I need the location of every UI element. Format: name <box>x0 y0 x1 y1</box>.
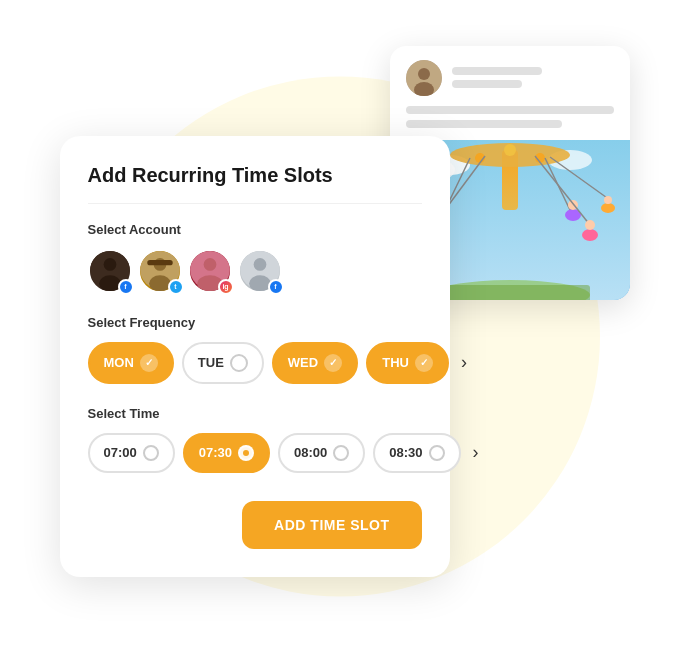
svg-point-29 <box>604 196 612 204</box>
time-radio-0700 <box>143 445 159 461</box>
account-avatar-1[interactable]: f <box>88 249 132 293</box>
day-label-mon: MON <box>104 355 134 370</box>
time-label-0700: 07:00 <box>104 445 137 460</box>
text-line-1 <box>452 67 542 75</box>
text-line-4 <box>406 120 562 128</box>
time-radio-0800 <box>333 445 349 461</box>
account-avatar-3[interactable]: ig <box>188 249 232 293</box>
day-check-mon: ✓ <box>140 354 158 372</box>
day-pill-mon[interactable]: MON ✓ <box>88 342 174 384</box>
time-pill-0830[interactable]: 08:30 <box>373 433 460 473</box>
day-pill-tue[interactable]: TUE <box>182 342 264 384</box>
svg-point-33 <box>103 258 116 271</box>
photo-card-header <box>390 46 630 106</box>
scene-container: Add Recurring Time Slots Select Account … <box>30 36 650 616</box>
frequency-row: MON ✓ TUE WED ✓ THU ✓ › <box>88 342 422 384</box>
day-check-thu: ✓ <box>415 354 433 372</box>
time-label-0800: 08:00 <box>294 445 327 460</box>
svg-point-1 <box>418 68 430 80</box>
account-avatar-2[interactable]: t <box>138 249 182 293</box>
instagram-badge-3: ig <box>218 279 234 295</box>
time-label-0830: 08:30 <box>389 445 422 460</box>
time-row: 07:00 07:30 08:00 08:30 › <box>88 433 422 473</box>
time-radio-0730 <box>238 445 254 461</box>
svg-rect-37 <box>147 259 172 264</box>
select-time-label: Select Time <box>88 406 422 421</box>
svg-point-26 <box>585 220 595 230</box>
time-pill-0730[interactable]: 07:30 <box>183 433 270 473</box>
time-pill-0800[interactable]: 08:00 <box>278 433 365 473</box>
add-button-row: ADD TIME SLOT <box>88 501 422 549</box>
time-label-0730: 07:30 <box>199 445 232 460</box>
svg-point-43 <box>253 258 266 271</box>
day-check-wed: ✓ <box>324 354 342 372</box>
day-label-tue: TUE <box>198 355 224 370</box>
main-card: Add Recurring Time Slots Select Account … <box>60 136 450 577</box>
day-radio-tue <box>230 354 248 372</box>
text-line-3 <box>406 106 614 114</box>
profile-avatar <box>406 60 442 96</box>
day-pill-wed[interactable]: WED ✓ <box>272 342 358 384</box>
day-label-thu: THU <box>382 355 409 370</box>
twitter-badge-2: t <box>168 279 184 295</box>
svg-point-28 <box>601 203 615 213</box>
day-label-wed: WED <box>288 355 318 370</box>
svg-point-40 <box>203 258 216 271</box>
svg-rect-31 <box>430 285 590 300</box>
svg-point-11 <box>504 144 516 156</box>
text-line-2 <box>452 80 522 88</box>
time-next-arrow[interactable]: › <box>469 438 483 467</box>
facebook-badge-1: f <box>118 279 134 295</box>
card-text-lines <box>390 106 630 140</box>
day-pill-thu[interactable]: THU ✓ <box>366 342 449 384</box>
svg-point-25 <box>582 229 598 241</box>
time-radio-0830 <box>429 445 445 461</box>
frequency-next-arrow[interactable]: › <box>457 348 471 377</box>
accounts-row: f t <box>88 249 422 293</box>
time-pill-0700[interactable]: 07:00 <box>88 433 175 473</box>
card-title: Add Recurring Time Slots <box>88 164 422 204</box>
select-account-label: Select Account <box>88 222 422 237</box>
account-avatar-4[interactable]: f <box>238 249 282 293</box>
facebook-badge-4: f <box>268 279 284 295</box>
select-frequency-label: Select Frequency <box>88 315 422 330</box>
add-time-slot-button[interactable]: ADD TIME SLOT <box>242 501 421 549</box>
profile-text-lines <box>452 67 614 88</box>
